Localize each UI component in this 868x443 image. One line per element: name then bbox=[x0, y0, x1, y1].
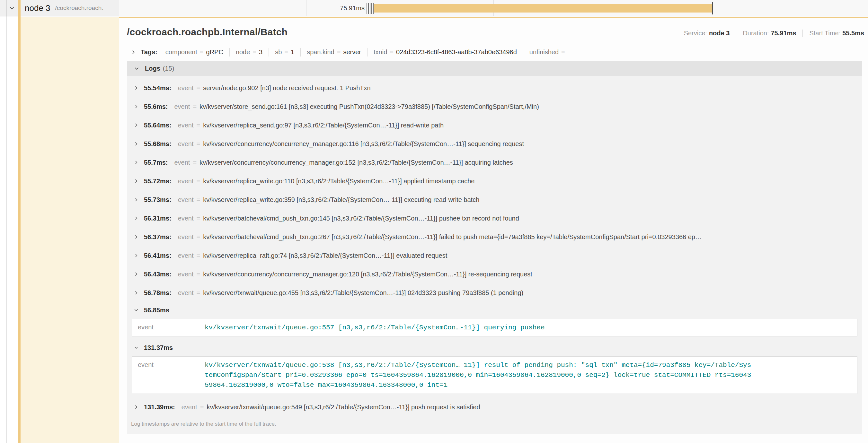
event-value-lines: kv/kvserver/txnwait/queue.go:538 [n3,s3,… bbox=[205, 360, 751, 390]
span-bar-end-marker bbox=[712, 2, 713, 14]
tag-key: txnid bbox=[374, 48, 387, 56]
tag-equals: = bbox=[337, 48, 341, 56]
span-detail-header: /cockroach.roachpb.Internal/Batch Servic… bbox=[127, 18, 865, 43]
log-row[interactable]: 55.68ms:event=kv/kvserver/concurrency/co… bbox=[127, 135, 862, 153]
chevron-right-icon[interactable] bbox=[134, 290, 139, 295]
chevron-down-icon[interactable] bbox=[134, 345, 139, 350]
log-field-value: kv/kvserver/replica_write.go:359 [n3,s3,… bbox=[203, 196, 479, 204]
log-field-value: kv/kvserver/concurrency/concurrency_mana… bbox=[203, 271, 532, 278]
meta-service-label: Service: bbox=[684, 30, 707, 37]
span-row[interactable]: node 3 /cockroach.roach… 75.91ms bbox=[0, 0, 868, 17]
log-timestamp: 55.72ms: bbox=[144, 177, 172, 185]
tag-equals: = bbox=[252, 48, 256, 56]
chevron-right-icon[interactable] bbox=[134, 253, 139, 258]
chevron-right-icon[interactable] bbox=[134, 405, 139, 410]
log-field-value: kv/kvserver/txnwait/queue.go:549 [n3,s3,… bbox=[207, 404, 480, 411]
log-row-expanded-header[interactable]: 131.37ms bbox=[127, 340, 862, 355]
equals-sign: = bbox=[196, 289, 200, 297]
log-timestamp: 55.64ms: bbox=[144, 122, 172, 129]
chevron-down-icon[interactable] bbox=[9, 5, 15, 11]
logs-body: 55.54ms:event=server/node.go:902 [n3] no… bbox=[127, 76, 862, 434]
log-event-box: eventkv/kvserver/txnwait/queue.go:538 [n… bbox=[132, 356, 858, 394]
log-field-value: kv/kvserver/store_send.go:161 [n3,s3] ex… bbox=[199, 103, 539, 110]
tag-item: sb=1 bbox=[269, 48, 300, 57]
span-operation-name: /cockroach.roach… bbox=[55, 4, 103, 11]
log-field-key: event bbox=[178, 233, 194, 241]
log-timestamp: 56.85ms bbox=[144, 307, 169, 314]
chevron-right-icon[interactable] bbox=[134, 141, 139, 146]
log-timestamp: 56.43ms: bbox=[144, 271, 172, 278]
tag-key: unfinished bbox=[529, 48, 559, 56]
log-row[interactable]: 56.37ms:event=kv/kvserver/batcheval/cmd_… bbox=[127, 228, 862, 246]
span-duration-bar[interactable] bbox=[374, 4, 713, 12]
span-timeline-cell[interactable]: 75.91ms bbox=[119, 0, 868, 16]
log-field-value: kv/kvserver/replica_write.go:110 [n3,s3,… bbox=[203, 177, 474, 185]
meta-service-value: node 3 bbox=[709, 30, 730, 37]
span-detail-panel: /cockroach.roachpb.Internal/Batch Servic… bbox=[119, 17, 868, 443]
tag-value: server bbox=[343, 48, 361, 56]
tag-key: component bbox=[165, 48, 197, 56]
equals-sign: = bbox=[193, 159, 196, 166]
chevron-right-icon[interactable] bbox=[134, 234, 139, 239]
tag-key: span.kind bbox=[307, 48, 334, 56]
log-timestamp: 56.31ms: bbox=[144, 215, 172, 222]
chevron-down-icon[interactable] bbox=[134, 66, 140, 71]
log-timestamp: 56.41ms: bbox=[144, 252, 172, 260]
tag-key: sb bbox=[275, 48, 282, 56]
equals-sign: = bbox=[193, 103, 196, 110]
log-row[interactable]: 131.39ms:event=kv/kvserver/txnwait/queue… bbox=[127, 398, 862, 416]
equals-sign: = bbox=[196, 196, 200, 204]
equals-sign: = bbox=[196, 215, 200, 222]
column-divider[interactable] bbox=[6, 0, 6, 443]
span-tick-marks bbox=[367, 3, 374, 14]
chevron-right-icon[interactable] bbox=[134, 178, 139, 183]
log-field-key: event bbox=[175, 159, 190, 166]
log-row[interactable]: 55.72ms:event=kv/kvserver/replica_write.… bbox=[127, 172, 862, 190]
trace-detail-page: node 3 /cockroach.roach… 75.91ms /cockro… bbox=[0, 0, 868, 443]
log-row[interactable]: 56.41ms:event=kv/kvserver/replica_raft.g… bbox=[127, 246, 862, 265]
tags-row[interactable]: Tags: component=gRPCnode=3sb=1span.kind=… bbox=[127, 43, 865, 61]
meta-start-time-value: 55.5ms bbox=[842, 30, 864, 37]
log-timestamp: 55.73ms: bbox=[144, 196, 172, 204]
chevron-right-icon[interactable] bbox=[131, 49, 136, 55]
log-field-value: kv/kvserver/batcheval/cmd_push_txn.go:14… bbox=[203, 215, 519, 222]
log-field-key: event bbox=[178, 177, 194, 185]
log-row-expanded-header[interactable]: 56.85ms bbox=[127, 303, 862, 317]
log-row[interactable]: 55.7ms:event=kv/kvserver/concurrency/con… bbox=[127, 153, 862, 172]
log-timestamp: 56.78ms: bbox=[144, 289, 172, 297]
event-value-lines: kv/kvserver/txnwait/queue.go:557 [n3,s3,… bbox=[205, 322, 545, 333]
log-row[interactable]: 56.78ms:event=kv/kvserver/txnwait/queue.… bbox=[127, 283, 862, 302]
log-timestamp: 131.39ms: bbox=[144, 404, 175, 411]
log-timestamp: 131.37ms bbox=[144, 344, 173, 351]
log-row[interactable]: 56.31ms:event=kv/kvserver/batcheval/cmd_… bbox=[127, 209, 862, 228]
event-value-line: kv/kvserver/txnwait/queue.go:538 [n3,s3,… bbox=[205, 360, 751, 370]
tag-value: 024d3323-6c8f-4863-aa8b-37ab0e63496d bbox=[396, 48, 517, 56]
chevron-right-icon[interactable] bbox=[134, 272, 139, 277]
log-row[interactable]: 55.6ms:event=kv/kvserver/store_send.go:1… bbox=[127, 97, 862, 116]
log-row[interactable]: 56.43ms:event=kv/kvserver/concurrency/co… bbox=[127, 265, 862, 283]
tag-item: node=3 bbox=[229, 48, 269, 57]
chevron-right-icon[interactable] bbox=[134, 216, 139, 221]
chevron-right-icon[interactable] bbox=[134, 160, 139, 165]
tag-item: txnid=024d3323-6c8f-4863-aa8b-37ab0e6349… bbox=[367, 48, 523, 57]
chevron-right-icon[interactable] bbox=[134, 104, 139, 109]
log-row[interactable]: 55.64ms:event=kv/kvserver/replica_send.g… bbox=[127, 116, 862, 135]
meta-service: Service:node 3 bbox=[678, 30, 736, 37]
chevron-down-icon[interactable] bbox=[134, 308, 139, 313]
log-event-box: eventkv/kvserver/txnwait/queue.go:557 [n… bbox=[132, 319, 858, 336]
tag-value: 3 bbox=[259, 48, 262, 56]
log-timestamp: 55.6ms: bbox=[144, 103, 168, 110]
log-timestamp: 55.54ms: bbox=[144, 84, 172, 92]
log-row[interactable]: 55.73ms:event=kv/kvserver/replica_write.… bbox=[127, 190, 862, 209]
tag-key: node bbox=[236, 48, 250, 56]
logs-accordion-header[interactable]: Logs (15) bbox=[127, 61, 862, 76]
chevron-right-icon[interactable] bbox=[134, 86, 139, 91]
span-service-name: node 3 bbox=[25, 3, 51, 13]
tag-items: component=gRPCnode=3sb=1span.kind=server… bbox=[159, 48, 574, 57]
event-value-line: 59864.162819000,0 wto=false max=16043598… bbox=[205, 380, 751, 390]
log-row[interactable]: 55.54ms:event=server/node.go:902 [n3] no… bbox=[127, 79, 862, 97]
tag-value: 1 bbox=[291, 48, 294, 56]
chevron-right-icon[interactable] bbox=[134, 197, 139, 202]
tag-equals: = bbox=[284, 48, 288, 56]
chevron-right-icon[interactable] bbox=[134, 123, 139, 128]
